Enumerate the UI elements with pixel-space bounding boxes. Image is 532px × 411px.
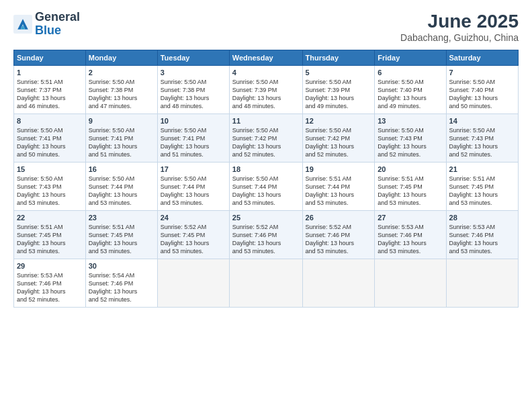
day-number: 5 xyxy=(306,68,372,77)
col-thursday: Thursday xyxy=(302,50,375,66)
page: General Blue June 2025 Dabachang, Guizho… xyxy=(0,0,532,411)
table-cell: 27Sunrise: 5:53 AMSunset: 7:46 PMDayligh… xyxy=(375,211,446,259)
week-row-2: 8Sunrise: 5:50 AMSunset: 7:41 PMDaylight… xyxy=(14,114,519,163)
table-cell: 8Sunrise: 5:50 AMSunset: 7:41 PMDaylight… xyxy=(14,114,86,163)
day-number: 10 xyxy=(161,117,226,125)
table-cell: 10Sunrise: 5:50 AMSunset: 7:41 PMDayligh… xyxy=(157,114,229,163)
col-sunday: Sunday xyxy=(14,50,86,66)
day-info: Sunrise: 5:51 AMSunset: 7:45 PMDaylight:… xyxy=(89,223,154,256)
col-saturday: Saturday xyxy=(446,50,518,66)
logo-general: General xyxy=(35,11,80,24)
table-cell: 28Sunrise: 5:53 AMSunset: 7:46 PMDayligh… xyxy=(446,211,518,259)
day-number: 25 xyxy=(232,214,300,222)
day-info: Sunrise: 5:52 AMSunset: 7:46 PMDaylight:… xyxy=(306,223,372,256)
day-number: 27 xyxy=(378,214,443,222)
day-number: 11 xyxy=(232,117,300,125)
calendar-body: 1Sunrise: 5:51 AMSunset: 7:37 PMDaylight… xyxy=(14,66,519,308)
day-number: 2 xyxy=(89,68,154,77)
day-number: 8 xyxy=(17,117,83,125)
day-number: 9 xyxy=(89,117,154,125)
table-cell xyxy=(302,259,375,308)
table-cell: 26Sunrise: 5:52 AMSunset: 7:46 PMDayligh… xyxy=(302,211,375,259)
week-row-4: 22Sunrise: 5:51 AMSunset: 7:45 PMDayligh… xyxy=(14,211,519,259)
calendar-header-row: Sunday Monday Tuesday Wednesday Thursday… xyxy=(14,50,519,66)
table-cell: 2Sunrise: 5:50 AMSunset: 7:38 PMDaylight… xyxy=(85,66,157,114)
day-number: 17 xyxy=(161,165,226,173)
col-wednesday: Wednesday xyxy=(229,50,302,66)
week-row-1: 1Sunrise: 5:51 AMSunset: 7:37 PMDaylight… xyxy=(14,66,519,114)
table-cell: 11Sunrise: 5:50 AMSunset: 7:42 PMDayligh… xyxy=(229,114,302,163)
day-info: Sunrise: 5:50 AMSunset: 7:41 PMDaylight:… xyxy=(89,126,154,159)
day-number: 20 xyxy=(378,165,443,173)
table-cell: 13Sunrise: 5:50 AMSunset: 7:43 PMDayligh… xyxy=(375,114,446,163)
logo: General Blue xyxy=(13,11,80,38)
table-cell: 17Sunrise: 5:50 AMSunset: 7:44 PMDayligh… xyxy=(157,163,229,211)
table-cell: 22Sunrise: 5:51 AMSunset: 7:45 PMDayligh… xyxy=(14,211,86,259)
table-cell: 14Sunrise: 5:50 AMSunset: 7:43 PMDayligh… xyxy=(446,114,518,163)
col-monday: Monday xyxy=(85,50,157,66)
table-cell xyxy=(446,259,518,308)
table-cell: 9Sunrise: 5:50 AMSunset: 7:41 PMDaylight… xyxy=(85,114,157,163)
month-title: June 2025 xyxy=(400,11,519,32)
day-number: 19 xyxy=(306,165,372,173)
day-info: Sunrise: 5:52 AMSunset: 7:45 PMDaylight:… xyxy=(161,223,226,256)
day-number: 13 xyxy=(378,117,443,125)
day-info: Sunrise: 5:50 AMSunset: 7:44 PMDaylight:… xyxy=(232,175,300,208)
table-cell: 12Sunrise: 5:50 AMSunset: 7:42 PMDayligh… xyxy=(302,114,375,163)
day-info: Sunrise: 5:52 AMSunset: 7:46 PMDaylight:… xyxy=(232,223,300,256)
day-number: 18 xyxy=(232,165,300,173)
day-info: Sunrise: 5:50 AMSunset: 7:38 PMDaylight:… xyxy=(89,78,154,111)
day-number: 30 xyxy=(89,262,154,270)
day-number: 3 xyxy=(161,68,226,77)
day-info: Sunrise: 5:51 AMSunset: 7:45 PMDaylight:… xyxy=(378,175,443,208)
day-number: 1 xyxy=(17,68,83,77)
day-info: Sunrise: 5:50 AMSunset: 7:43 PMDaylight:… xyxy=(17,175,83,208)
table-cell: 20Sunrise: 5:51 AMSunset: 7:45 PMDayligh… xyxy=(375,163,446,211)
day-number: 22 xyxy=(17,214,83,222)
day-number: 6 xyxy=(378,68,443,77)
table-cell: 3Sunrise: 5:50 AMSunset: 7:38 PMDaylight… xyxy=(157,66,229,114)
day-info: Sunrise: 5:50 AMSunset: 7:41 PMDaylight:… xyxy=(161,126,226,159)
table-cell: 23Sunrise: 5:51 AMSunset: 7:45 PMDayligh… xyxy=(85,211,157,259)
title-section: June 2025 Dabachang, Guizhou, China xyxy=(400,11,519,43)
table-cell: 25Sunrise: 5:52 AMSunset: 7:46 PMDayligh… xyxy=(229,211,302,259)
table-cell: 19Sunrise: 5:51 AMSunset: 7:44 PMDayligh… xyxy=(302,163,375,211)
day-info: Sunrise: 5:53 AMSunset: 7:46 PMDaylight:… xyxy=(17,271,83,304)
day-info: Sunrise: 5:50 AMSunset: 7:41 PMDaylight:… xyxy=(17,126,83,159)
table-cell: 5Sunrise: 5:50 AMSunset: 7:39 PMDaylight… xyxy=(302,66,375,114)
day-number: 7 xyxy=(449,68,515,77)
day-number: 4 xyxy=(232,68,300,77)
logo-text-block: General Blue xyxy=(35,11,80,38)
day-info: Sunrise: 5:53 AMSunset: 7:46 PMDaylight:… xyxy=(449,223,515,256)
day-info: Sunrise: 5:51 AMSunset: 7:37 PMDaylight:… xyxy=(17,78,83,111)
table-cell: 1Sunrise: 5:51 AMSunset: 7:37 PMDaylight… xyxy=(14,66,86,114)
calendar-table: Sunday Monday Tuesday Wednesday Thursday… xyxy=(13,50,519,308)
day-number: 15 xyxy=(17,165,83,173)
day-number: 23 xyxy=(89,214,154,222)
day-number: 12 xyxy=(306,117,372,125)
day-number: 29 xyxy=(17,262,83,270)
day-info: Sunrise: 5:50 AMSunset: 7:39 PMDaylight:… xyxy=(306,78,372,111)
table-cell: 4Sunrise: 5:50 AMSunset: 7:39 PMDaylight… xyxy=(229,66,302,114)
logo-blue: Blue xyxy=(35,24,80,38)
day-info: Sunrise: 5:54 AMSunset: 7:46 PMDaylight:… xyxy=(89,271,154,304)
day-number: 24 xyxy=(161,214,226,222)
day-info: Sunrise: 5:50 AMSunset: 7:43 PMDaylight:… xyxy=(449,126,515,159)
table-cell: 30Sunrise: 5:54 AMSunset: 7:46 PMDayligh… xyxy=(85,259,157,308)
col-tuesday: Tuesday xyxy=(157,50,229,66)
table-cell xyxy=(229,259,302,308)
day-number: 16 xyxy=(89,165,154,173)
day-number: 28 xyxy=(449,214,515,222)
day-info: Sunrise: 5:50 AMSunset: 7:42 PMDaylight:… xyxy=(306,126,372,159)
table-cell: 24Sunrise: 5:52 AMSunset: 7:45 PMDayligh… xyxy=(157,211,229,259)
table-cell: 7Sunrise: 5:50 AMSunset: 7:40 PMDaylight… xyxy=(446,66,518,114)
col-friday: Friday xyxy=(375,50,446,66)
day-number: 26 xyxy=(306,214,372,222)
day-info: Sunrise: 5:50 AMSunset: 7:42 PMDaylight:… xyxy=(232,126,300,159)
table-cell: 16Sunrise: 5:50 AMSunset: 7:44 PMDayligh… xyxy=(85,163,157,211)
day-info: Sunrise: 5:50 AMSunset: 7:40 PMDaylight:… xyxy=(449,78,515,111)
location-title: Dabachang, Guizhou, China xyxy=(400,32,519,43)
day-info: Sunrise: 5:50 AMSunset: 7:44 PMDaylight:… xyxy=(161,175,226,208)
day-info: Sunrise: 5:51 AMSunset: 7:45 PMDaylight:… xyxy=(449,175,515,208)
table-cell: 29Sunrise: 5:53 AMSunset: 7:46 PMDayligh… xyxy=(14,259,86,308)
